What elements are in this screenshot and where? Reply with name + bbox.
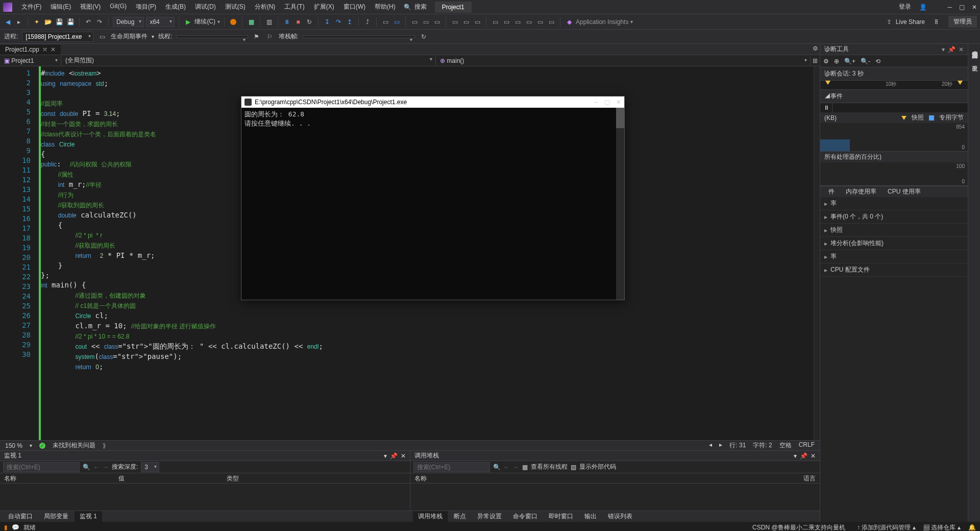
toolbar-icon[interactable]: ▭	[392, 17, 401, 27]
live-share-label[interactable]: Live Share	[896, 18, 925, 26]
col-type[interactable]: 类型	[227, 474, 239, 482]
line-indicator[interactable]: 行: 31	[729, 441, 746, 450]
toolbar-icon[interactable]: ⚑	[252, 32, 261, 41]
diag-tab-cpu[interactable]: CPU 使用率	[883, 186, 926, 197]
app-insights-label[interactable]: Application Insights	[576, 18, 628, 26]
app-insights-icon[interactable]: ◆	[565, 17, 574, 27]
menu-debug[interactable]: 调试(D)	[191, 1, 220, 13]
crumb-project[interactable]: ▣ Project1	[0, 56, 61, 65]
toolbar-icon[interactable]: ▭	[381, 17, 390, 27]
menu-edit[interactable]: 编辑(E)	[46, 1, 75, 13]
tab-locals[interactable]: 局部变量	[39, 511, 74, 522]
crumb-function[interactable]: ⊕ main()	[436, 56, 811, 65]
panel-close-icon[interactable]: ✕	[811, 452, 816, 460]
stackframe-dropdown[interactable]	[303, 35, 415, 38]
pause-icon[interactable]: ⏸	[820, 103, 832, 112]
ext-code-icon[interactable]: ▧	[571, 464, 576, 471]
toolbar-icon[interactable]: ▭	[432, 17, 442, 27]
split-editor-icon[interactable]: ⊞	[811, 56, 820, 65]
minimize-button[interactable]: ─	[947, 4, 952, 11]
tab-command[interactable]: 命令窗口	[508, 511, 543, 522]
stop-button[interactable]: ■	[293, 17, 303, 27]
login-link[interactable]: 登录	[899, 3, 911, 11]
maximize-button[interactable]: ▢	[959, 4, 965, 11]
console-output[interactable]: 圆的周长为： 62.8 请按任意键继续. . .	[241, 108, 624, 300]
diag-tab-memory[interactable]: 内存使用率	[841, 186, 881, 197]
menu-git[interactable]: Git(G)	[106, 1, 131, 13]
restart-button[interactable]: ↻	[305, 17, 314, 27]
undo-button[interactable]: ↶	[84, 17, 93, 27]
tab-immediate[interactable]: 即时窗口	[544, 511, 578, 522]
panel-dropdown-icon[interactable]: ▾	[384, 452, 387, 460]
nav-next-icon[interactable]: ▸	[719, 441, 722, 450]
menu-help[interactable]: 帮助(H)	[371, 1, 400, 13]
zoom-out-icon[interactable]: 🔍-	[861, 58, 870, 65]
search-box[interactable]: 🔍 搜索	[400, 2, 431, 12]
live-share-icon[interactable]: ⇪	[885, 17, 894, 27]
panel-pin-icon[interactable]: 📌	[800, 452, 807, 460]
callstack-search-input[interactable]	[413, 462, 490, 472]
toolbar-icon[interactable]: ▭	[535, 17, 545, 27]
feedback-icon[interactable]: 🎚	[932, 17, 941, 27]
close-tab-icon[interactable]: ✕	[51, 46, 56, 53]
save-button[interactable]: 💾	[55, 17, 64, 27]
reset-zoom-icon[interactable]: ⟲	[875, 58, 880, 65]
platform-dropdown[interactable]: x64	[146, 17, 175, 27]
diag-row[interactable]: ▸ 率	[820, 250, 968, 263]
panel-pin-icon[interactable]: 📌	[948, 46, 955, 53]
tab-options-icon[interactable]: ⚙	[811, 44, 820, 53]
process-dropdown[interactable]: [15988] Project1.exe	[22, 32, 93, 42]
zoom-in-icon[interactable]: 🔍+	[844, 58, 855, 65]
nav-next-icon[interactable]: →	[513, 464, 519, 471]
menu-view[interactable]: 视图(V)	[76, 1, 105, 13]
col-name[interactable]: 名称	[414, 474, 427, 482]
panel-dropdown-icon[interactable]: ▾	[794, 452, 797, 460]
scrollbar[interactable]	[814, 66, 820, 440]
diag-timeline[interactable]: 10秒 20秒	[820, 81, 968, 90]
panel-close-icon[interactable]: ✕	[401, 452, 406, 460]
step-over-button[interactable]: ↷	[334, 17, 343, 27]
nav-next-icon[interactable]: →	[103, 464, 109, 471]
step-out-button[interactable]: ↥	[345, 17, 354, 27]
step-into-button[interactable]: ↧	[323, 17, 332, 27]
indent-mode[interactable]: 空格	[779, 441, 792, 450]
console-maximize[interactable]: ▢	[604, 99, 610, 106]
memory-chart[interactable]: 854 0	[820, 123, 968, 152]
notification-icon[interactable]: 🔔	[968, 524, 976, 531]
diag-row[interactable]: ▸ 堆分析(会影响性能)	[820, 237, 968, 250]
eol-mode[interactable]: CRLF	[799, 441, 815, 450]
add-src-control[interactable]: ↑ 添加到源代码管理 ▴	[857, 524, 916, 531]
console-titlebar[interactable]: E:\program\cpp\CSDN\Project1\x64\Debug\P…	[241, 96, 624, 108]
menu-file[interactable]: 文件(F)	[17, 1, 45, 13]
col-value[interactable]: 值	[118, 474, 125, 482]
toolbar-icon[interactable]: ⚐	[265, 32, 275, 41]
chevron-icon[interactable]: ⟫	[103, 442, 106, 449]
diag-tool-icon[interactable]: ⊕	[834, 58, 839, 65]
col-indicator[interactable]: 字符: 2	[753, 441, 772, 450]
save-all-button[interactable]: 💾	[66, 17, 75, 27]
pin-icon[interactable]: ⤱	[42, 46, 47, 53]
tab-watch1[interactable]: 监视 1	[75, 511, 102, 522]
tab-autos[interactable]: 自动窗口	[3, 511, 38, 522]
crumb-scope[interactable]: (全局范围)	[61, 55, 436, 66]
toolbar-icon[interactable]: ▭	[491, 17, 500, 27]
tab-errors[interactable]: 错误列表	[603, 511, 638, 522]
dock-git-changes[interactable]: Git 更改	[969, 51, 979, 61]
col-name[interactable]: 名称	[4, 474, 16, 482]
pause-button[interactable]: ⏸	[282, 17, 291, 27]
console-window[interactable]: E:\program\cpp\CSDN\Project1\x64\Debug\P…	[241, 96, 625, 300]
config-dropdown[interactable]: Debug	[113, 17, 144, 27]
watch-search-input[interactable]	[3, 462, 80, 472]
console-minimize[interactable]: ─	[594, 99, 598, 106]
show-threads-label[interactable]: 查看所有线程	[531, 463, 568, 471]
admin-button[interactable]: 管理员	[948, 16, 977, 28]
project-name[interactable]: Project1	[435, 2, 472, 13]
cpu-chart[interactable]: 100 0	[820, 162, 968, 186]
menu-project[interactable]: 项目(P)	[132, 1, 160, 13]
toolbar-icon[interactable]: ▥	[264, 17, 274, 27]
nav-prev-icon[interactable]: ←	[93, 464, 100, 471]
diag-row[interactable]: ▸ 率	[820, 197, 968, 210]
diag-row[interactable]: ▸ 事件(0 个，共 0 个)	[820, 210, 968, 224]
toolbar-icon[interactable]: ▭	[547, 17, 556, 27]
toolbar-icon[interactable]: ▭	[97, 32, 107, 41]
